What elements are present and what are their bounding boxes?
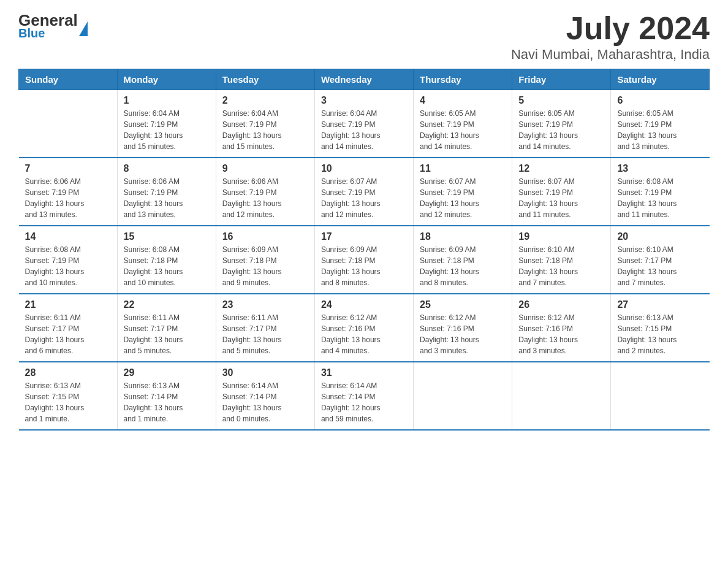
day-info: Sunrise: 6:11 AMSunset: 7:17 PMDaylight:…: [25, 312, 111, 356]
table-row: 21Sunrise: 6:11 AMSunset: 7:17 PMDayligh…: [19, 294, 118, 362]
calendar-week-row: 28Sunrise: 6:13 AMSunset: 7:15 PMDayligh…: [19, 362, 710, 430]
day-info: Sunrise: 6:11 AMSunset: 7:17 PMDaylight:…: [124, 312, 210, 356]
day-info: Sunrise: 6:04 AMSunset: 7:19 PMDaylight:…: [321, 108, 407, 152]
col-wednesday: Wednesday: [314, 69, 413, 90]
table-row: 24Sunrise: 6:12 AMSunset: 7:16 PMDayligh…: [314, 294, 413, 362]
table-row: 26Sunrise: 6:12 AMSunset: 7:16 PMDayligh…: [512, 294, 611, 362]
day-number: 16: [222, 231, 308, 242]
day-number: 8: [124, 163, 210, 174]
day-number: 26: [518, 299, 604, 310]
table-row: 29Sunrise: 6:13 AMSunset: 7:14 PMDayligh…: [117, 362, 216, 430]
day-info: Sunrise: 6:06 AMSunset: 7:19 PMDaylight:…: [222, 176, 308, 220]
day-info: Sunrise: 6:13 AMSunset: 7:14 PMDaylight:…: [124, 380, 210, 424]
table-row: 7Sunrise: 6:06 AMSunset: 7:19 PMDaylight…: [19, 158, 118, 226]
day-info: Sunrise: 6:12 AMSunset: 7:16 PMDaylight:…: [518, 312, 604, 356]
table-row: 30Sunrise: 6:14 AMSunset: 7:14 PMDayligh…: [216, 362, 314, 430]
table-row: 14Sunrise: 6:08 AMSunset: 7:19 PMDayligh…: [19, 226, 118, 294]
col-monday: Monday: [117, 69, 216, 90]
day-info: Sunrise: 6:06 AMSunset: 7:19 PMDaylight:…: [124, 176, 210, 220]
day-info: Sunrise: 6:05 AMSunset: 7:19 PMDaylight:…: [420, 108, 506, 152]
day-info: Sunrise: 6:10 AMSunset: 7:17 PMDaylight:…: [617, 244, 703, 288]
table-row: 12Sunrise: 6:07 AMSunset: 7:19 PMDayligh…: [512, 158, 611, 226]
table-row: 17Sunrise: 6:09 AMSunset: 7:18 PMDayligh…: [314, 226, 413, 294]
day-number: 9: [222, 163, 308, 174]
location-title: Navi Mumbai, Maharashtra, India: [511, 47, 710, 63]
title-block: July 2024 Navi Mumbai, Maharashtra, Indi…: [511, 12, 710, 63]
table-row: 8Sunrise: 6:06 AMSunset: 7:19 PMDaylight…: [117, 158, 216, 226]
day-info: Sunrise: 6:11 AMSunset: 7:17 PMDaylight:…: [222, 312, 308, 356]
col-saturday: Saturday: [611, 69, 710, 90]
day-number: 17: [321, 231, 407, 242]
day-info: Sunrise: 6:14 AMSunset: 7:14 PMDaylight:…: [321, 380, 407, 424]
day-number: 25: [420, 299, 506, 310]
day-number: 6: [617, 95, 703, 106]
day-number: 2: [222, 95, 308, 106]
day-number: 31: [321, 367, 407, 378]
day-info: Sunrise: 6:04 AMSunset: 7:19 PMDaylight:…: [222, 108, 308, 152]
logo-triangle-icon: [79, 21, 88, 36]
table-row: 4Sunrise: 6:05 AMSunset: 7:19 PMDaylight…: [414, 90, 512, 158]
day-number: 19: [518, 231, 604, 242]
table-row: [19, 90, 118, 158]
day-info: Sunrise: 6:07 AMSunset: 7:19 PMDaylight:…: [321, 176, 407, 220]
day-number: 24: [321, 299, 407, 310]
table-row: 11Sunrise: 6:07 AMSunset: 7:19 PMDayligh…: [414, 158, 512, 226]
day-info: Sunrise: 6:06 AMSunset: 7:19 PMDaylight:…: [25, 176, 111, 220]
day-info: Sunrise: 6:09 AMSunset: 7:18 PMDaylight:…: [321, 244, 407, 288]
day-info: Sunrise: 6:09 AMSunset: 7:18 PMDaylight:…: [222, 244, 308, 288]
table-row: 1Sunrise: 6:04 AMSunset: 7:19 PMDaylight…: [117, 90, 216, 158]
day-number: 22: [124, 299, 210, 310]
day-info: Sunrise: 6:08 AMSunset: 7:18 PMDaylight:…: [124, 244, 210, 288]
table-row: 15Sunrise: 6:08 AMSunset: 7:18 PMDayligh…: [117, 226, 216, 294]
day-number: 7: [25, 163, 111, 174]
day-number: 4: [420, 95, 506, 106]
calendar-week-row: 21Sunrise: 6:11 AMSunset: 7:17 PMDayligh…: [19, 294, 710, 362]
table-row: 25Sunrise: 6:12 AMSunset: 7:16 PMDayligh…: [414, 294, 512, 362]
day-number: 5: [518, 95, 604, 106]
day-number: 28: [25, 367, 111, 378]
col-sunday: Sunday: [19, 69, 118, 90]
day-info: Sunrise: 6:12 AMSunset: 7:16 PMDaylight:…: [420, 312, 506, 356]
day-number: 14: [25, 231, 111, 242]
table-row: 31Sunrise: 6:14 AMSunset: 7:14 PMDayligh…: [314, 362, 413, 430]
day-number: 10: [321, 163, 407, 174]
day-info: Sunrise: 6:10 AMSunset: 7:18 PMDaylight:…: [518, 244, 604, 288]
table-row: 27Sunrise: 6:13 AMSunset: 7:15 PMDayligh…: [611, 294, 710, 362]
day-number: 30: [222, 367, 308, 378]
table-row: 9Sunrise: 6:06 AMSunset: 7:19 PMDaylight…: [216, 158, 314, 226]
day-info: Sunrise: 6:08 AMSunset: 7:19 PMDaylight:…: [25, 244, 111, 288]
table-row: [512, 362, 611, 430]
calendar-header-row: Sunday Monday Tuesday Wednesday Thursday…: [19, 69, 710, 90]
calendar-week-row: 7Sunrise: 6:06 AMSunset: 7:19 PMDaylight…: [19, 158, 710, 226]
day-number: 27: [617, 299, 703, 310]
table-row: 23Sunrise: 6:11 AMSunset: 7:17 PMDayligh…: [216, 294, 314, 362]
col-tuesday: Tuesday: [216, 69, 314, 90]
table-row: 22Sunrise: 6:11 AMSunset: 7:17 PMDayligh…: [117, 294, 216, 362]
table-row: [414, 362, 512, 430]
day-info: Sunrise: 6:13 AMSunset: 7:15 PMDaylight:…: [25, 380, 111, 424]
table-row: 16Sunrise: 6:09 AMSunset: 7:18 PMDayligh…: [216, 226, 314, 294]
table-row: 18Sunrise: 6:09 AMSunset: 7:18 PMDayligh…: [414, 226, 512, 294]
table-row: [611, 362, 710, 430]
month-title: July 2024: [511, 12, 710, 44]
day-info: Sunrise: 6:08 AMSunset: 7:19 PMDaylight:…: [617, 176, 703, 220]
table-row: 28Sunrise: 6:13 AMSunset: 7:15 PMDayligh…: [19, 362, 118, 430]
day-number: 20: [617, 231, 703, 242]
table-row: 10Sunrise: 6:07 AMSunset: 7:19 PMDayligh…: [314, 158, 413, 226]
day-number: 21: [25, 299, 111, 310]
day-number: 29: [124, 367, 210, 378]
col-thursday: Thursday: [414, 69, 512, 90]
table-row: 19Sunrise: 6:10 AMSunset: 7:18 PMDayligh…: [512, 226, 611, 294]
day-info: Sunrise: 6:04 AMSunset: 7:19 PMDaylight:…: [124, 108, 210, 152]
day-info: Sunrise: 6:12 AMSunset: 7:16 PMDaylight:…: [321, 312, 407, 356]
col-friday: Friday: [512, 69, 611, 90]
calendar-week-row: 1Sunrise: 6:04 AMSunset: 7:19 PMDaylight…: [19, 90, 710, 158]
logo-blue: Blue: [18, 27, 78, 39]
day-number: 23: [222, 299, 308, 310]
calendar-table: Sunday Monday Tuesday Wednesday Thursday…: [18, 69, 710, 431]
table-row: 2Sunrise: 6:04 AMSunset: 7:19 PMDaylight…: [216, 90, 314, 158]
table-row: 20Sunrise: 6:10 AMSunset: 7:17 PMDayligh…: [611, 226, 710, 294]
day-number: 15: [124, 231, 210, 242]
day-info: Sunrise: 6:05 AMSunset: 7:19 PMDaylight:…: [617, 108, 703, 152]
day-number: 1: [124, 95, 210, 106]
